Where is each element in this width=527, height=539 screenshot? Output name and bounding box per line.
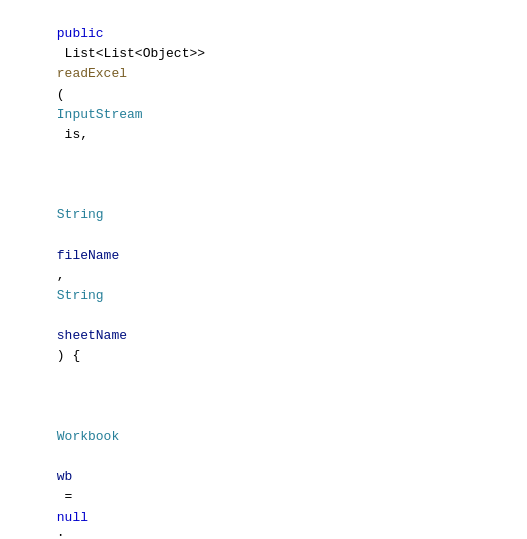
code-line-2: String fileName , String sheetName ) { (0, 165, 527, 387)
method-name: readExcel (57, 66, 127, 81)
keyword-public: public (57, 26, 104, 41)
code-editor: public List<List<Object>> readExcel ( In… (0, 0, 527, 539)
code-line-1: public List<List<Object>> readExcel ( In… (0, 4, 527, 165)
code-line-3: Workbook wb = null ; (0, 387, 527, 539)
